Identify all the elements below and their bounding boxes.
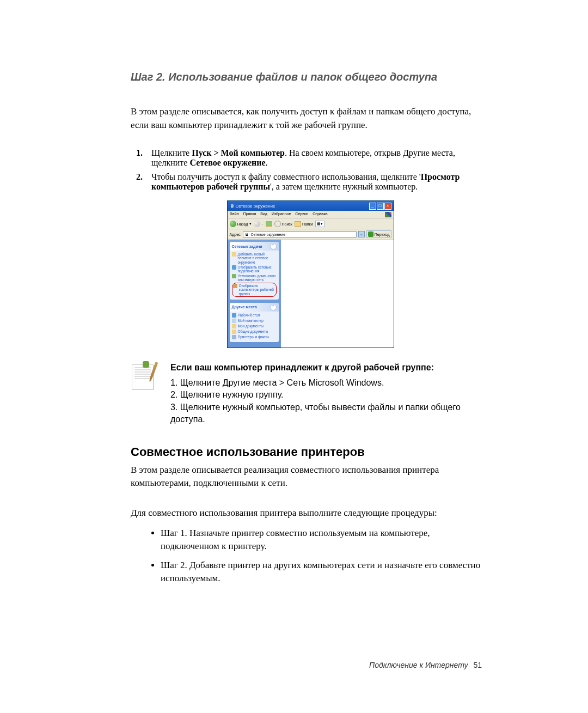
menu-tools[interactable]: Сервис (295, 212, 308, 216)
page-number: 51 (473, 661, 482, 669)
xp-sidebar: Сетевые задачи⌃ Добавить новый элемент в… (228, 240, 281, 347)
panel-title: Другие места (232, 305, 257, 309)
menu-favorites[interactable]: Избранное (272, 212, 291, 216)
minimize-button[interactable]: _ (369, 203, 376, 210)
menu-view[interactable]: Вид (260, 212, 267, 216)
step-number: 2. (136, 172, 151, 192)
window-title: Сетевое окружение (236, 204, 275, 209)
app-icon: 🖥 (230, 204, 234, 209)
menu-edit[interactable]: Правка (243, 212, 256, 216)
panel-title: Сетевые задачи (232, 245, 262, 248)
note-icon (131, 363, 157, 389)
note-title: Если ваш компьютер принадлежит к другой … (170, 362, 490, 374)
place-my-documents[interactable]: Мои документы (232, 324, 277, 328)
bullet-item: Шаг 1. Назначьте принтер совместно испол… (161, 527, 490, 553)
step-2: 2. Чтобы получить доступ к файлу совмест… (136, 172, 490, 192)
section-heading: Совместное использование принтеров (131, 445, 490, 459)
paragraph: В этом разделе описывается реализация со… (131, 464, 490, 490)
views-button[interactable]: ▦▾ (315, 221, 324, 227)
addr-dropdown[interactable]: ⌄ (358, 231, 365, 237)
xp-addressbar: Адрес: 🖥Сетевое окружение ⌄ Переход (228, 229, 394, 240)
bullet-list: Шаг 1. Назначьте принтер совместно испол… (131, 527, 490, 586)
note-block: Если ваш компьютер принадлежит к другой … (131, 362, 490, 426)
addr-value: Сетевое окружение (250, 233, 285, 236)
place-printers[interactable]: Принтеры и факсы (232, 335, 277, 339)
menu-help[interactable]: Справка (313, 212, 327, 216)
address-input[interactable]: 🖥Сетевое окружение (243, 231, 356, 237)
place-desktop[interactable]: Рабочий стол (232, 313, 277, 318)
go-button[interactable]: Переход (366, 230, 391, 238)
step-1: 1. Щелкните Пуск > Мой компьютер. На сво… (136, 148, 490, 168)
back-button[interactable]: Назад ▾ (230, 221, 252, 227)
intro-paragraph: В этом разделе описывается, как получить… (131, 105, 490, 132)
numbered-steps: 1. Щелкните Пуск > Мой компьютер. На сво… (131, 148, 490, 192)
page-footer: Подключение к Интернету 51 (369, 661, 482, 669)
xp-content-area (281, 240, 394, 347)
note-line-1: 1. Щелкните Другие места > Сеть Microsof… (170, 377, 490, 389)
task-setup-network[interactable]: Установить домашнюю или малую сеть (232, 274, 277, 282)
task-view-connections[interactable]: Отобразить сетевые подключения (232, 265, 277, 273)
folders-button[interactable]: Папки (295, 221, 313, 227)
close-button[interactable]: × (384, 203, 391, 210)
panel-network-tasks: Сетевые задачи⌃ Добавить новый элемент в… (230, 242, 279, 299)
screenshot-network-places: 🖥Сетевое окружение _ □ × Файл Правка Вид… (227, 200, 394, 348)
place-shared-docs[interactable]: Общие документы (232, 330, 277, 334)
collapse-icon[interactable]: ⌃ (270, 304, 277, 310)
paragraph: Для совместного использования принтера в… (131, 507, 490, 520)
up-button[interactable] (266, 221, 272, 227)
menu-file[interactable]: Файл (230, 212, 239, 216)
xp-titlebar: 🖥Сетевое окружение _ □ × (228, 201, 394, 211)
step-title: Шаг 2. Использование файлов и папок обще… (131, 71, 490, 83)
windows-flag-icon (385, 212, 391, 217)
xp-toolbar: Назад ▾ · Поиск Папки ▦▾ (228, 219, 394, 229)
task-add-place[interactable]: Добавить новый элемент в сетевое окружен… (232, 252, 277, 264)
text-bold: Пуск > Мой компьютер (192, 148, 285, 157)
panel-other-places: Другие места⌃ Рабочий стол Мой компьютер… (230, 303, 279, 342)
place-my-computer[interactable]: Мой компьютер (232, 319, 277, 323)
note-line-3: 3. Щелкните нужный компьютер, чтобы выве… (170, 401, 490, 426)
text: . (266, 158, 268, 167)
text-bold: Сетевое окружение (189, 158, 265, 167)
note-line-2: 2. Щелкните нужную группу. (170, 389, 490, 401)
search-button[interactable]: Поиск (274, 221, 292, 227)
forward-button[interactable] (254, 221, 260, 227)
step-number: 1. (136, 148, 151, 168)
text: Щелкните (151, 148, 192, 157)
xp-menubar: Файл Правка Вид Избранное Сервис Справка (228, 211, 394, 219)
maximize-button[interactable]: □ (377, 203, 384, 210)
text: ', а затем щелкните нужный компьютер. (270, 182, 418, 191)
footer-text: Подключение к Интернету (369, 661, 468, 669)
text: Чтобы получить доступ к файлу совместног… (151, 172, 421, 181)
collapse-icon[interactable]: ⌃ (270, 243, 277, 249)
addr-label: Адрес: (230, 233, 242, 236)
bullet-item: Шаг 2. Добавьте принтер на других компью… (161, 559, 490, 586)
task-view-workgroup[interactable]: Отобразить компьютеры рабочей группы (232, 283, 277, 296)
